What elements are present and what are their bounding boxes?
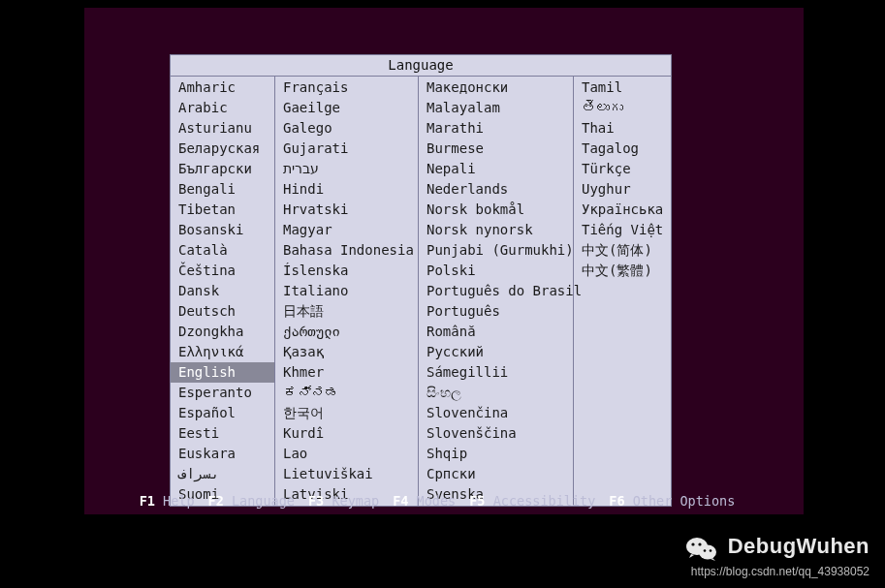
language-option[interactable]: Norsk nynorsk — [419, 220, 573, 240]
fkey-label: Accessibility — [493, 493, 596, 509]
language-option[interactable]: עברית — [275, 159, 418, 179]
language-option[interactable]: తెలుగు — [574, 98, 671, 118]
language-option[interactable]: Português do Brasil — [419, 281, 573, 301]
language-option[interactable]: Русский — [419, 342, 573, 362]
language-columns: AmharicArabicAsturianuБеларускаяБългарск… — [171, 77, 671, 506]
language-option[interactable]: ىسراف — [171, 464, 274, 484]
watermark: DebugWuhen https://blog.csdn.net/qq_4393… — [685, 534, 869, 578]
language-option[interactable]: Arabic — [171, 98, 274, 118]
language-option[interactable]: Español — [171, 403, 274, 423]
language-option[interactable]: 中文(简体) — [574, 240, 671, 261]
language-column: FrançaisGaeilgeGalegoGujaratiעבריתHindiH… — [275, 77, 419, 506]
language-option[interactable]: Српски — [419, 464, 573, 484]
watermark-name: DebugWuhen — [728, 534, 869, 558]
language-option[interactable]: Македонски — [419, 77, 573, 98]
language-option[interactable]: Български — [171, 159, 274, 179]
fkey[interactable]: F5 — [469, 493, 485, 509]
fkey[interactable]: F2 — [208, 493, 224, 509]
language-option[interactable]: Bengali — [171, 179, 274, 200]
svg-point-5 — [703, 549, 706, 552]
language-option[interactable]: Tagalog — [574, 139, 671, 159]
language-column: МакедонскиMalayalamMarathiBurmeseNepaliN… — [419, 77, 574, 506]
language-option[interactable]: Tiếng Việt — [574, 220, 671, 240]
fkey[interactable]: F6 — [609, 493, 624, 509]
language-option[interactable]: Bahasa Indonesia — [275, 240, 418, 261]
language-option[interactable]: Беларуская — [171, 139, 274, 159]
fkey-label: Help — [163, 493, 195, 509]
fkey[interactable]: F1 — [140, 493, 155, 509]
fkey[interactable]: F4 — [393, 493, 408, 509]
language-option[interactable]: Galego — [275, 118, 418, 139]
language-option[interactable]: Lietuviškai — [275, 464, 418, 484]
fkey[interactable]: F3 — [308, 493, 324, 509]
language-option[interactable]: Türkçe — [574, 159, 671, 179]
language-option[interactable]: Slovenčina — [419, 403, 573, 423]
function-key-bar: F1 HelpF2 LanguageF3 KeymapF4 ModesF5 Ac… — [84, 493, 804, 509]
language-option[interactable]: Uyghur — [574, 179, 671, 200]
language-option[interactable]: English — [171, 362, 274, 383]
language-option[interactable]: Hrvatski — [275, 200, 418, 220]
language-option[interactable]: Asturianu — [171, 118, 274, 139]
language-option[interactable]: Українська — [574, 200, 671, 220]
language-option[interactable]: Thai — [574, 118, 671, 139]
language-option[interactable]: 한국어 — [275, 403, 418, 423]
language-option[interactable]: Punjabi (Gurmukhi) — [419, 240, 573, 261]
language-option[interactable]: Shqip — [419, 444, 573, 464]
language-option[interactable]: Eesti — [171, 423, 274, 444]
language-option[interactable]: Tibetan — [171, 200, 274, 220]
fkey-label: Modes — [417, 493, 457, 509]
language-option[interactable]: 中文(繁體) — [574, 261, 671, 281]
language-option[interactable]: Sámegillii — [419, 362, 573, 383]
fkey-label: Keymap — [332, 493, 379, 509]
language-column: AmharicArabicAsturianuБеларускаяБългарск… — [171, 77, 275, 506]
language-option[interactable]: Gaeilge — [275, 98, 418, 118]
language-option[interactable]: Nepali — [419, 159, 573, 179]
language-option[interactable]: Čeština — [171, 261, 274, 281]
wechat-icon — [685, 535, 718, 565]
language-option[interactable]: Română — [419, 322, 573, 342]
language-option[interactable]: Burmese — [419, 139, 573, 159]
language-option[interactable]: Slovenščina — [419, 423, 573, 444]
language-option[interactable]: Italiano — [275, 281, 418, 301]
language-option[interactable]: Қазақ — [275, 342, 418, 362]
language-option[interactable]: Magyar — [275, 220, 418, 240]
language-option[interactable]: Dansk — [171, 281, 274, 301]
language-option[interactable]: Marathi — [419, 118, 573, 139]
language-option[interactable]: Tamil — [574, 77, 671, 98]
language-option[interactable]: ქართული — [275, 322, 418, 342]
language-option[interactable]: Amharic — [171, 77, 274, 98]
language-option[interactable]: Català — [171, 240, 274, 261]
language-option[interactable]: Dzongkha — [171, 322, 274, 342]
language-option[interactable]: Malayalam — [419, 98, 573, 118]
language-option[interactable]: ಕನ್ನಡ — [275, 383, 418, 403]
svg-point-6 — [709, 549, 711, 552]
fkey-label: Other Options — [633, 493, 736, 509]
watermark-url: https://blog.csdn.net/qq_43938052 — [685, 565, 869, 578]
language-option[interactable]: Euskara — [171, 444, 274, 464]
language-option[interactable]: Lao — [275, 444, 418, 464]
language-option[interactable]: Ελληνικά — [171, 342, 274, 362]
language-option[interactable]: Gujarati — [275, 139, 418, 159]
language-dialog: Language AmharicArabicAsturianuБеларуска… — [170, 54, 672, 507]
fkey-label: Language — [232, 493, 295, 509]
language-option[interactable]: Hindi — [275, 179, 418, 200]
language-option[interactable]: Nederlands — [419, 179, 573, 200]
svg-point-4 — [698, 542, 701, 545]
language-option[interactable]: Bosanski — [171, 220, 274, 240]
language-option[interactable]: Português — [419, 301, 573, 322]
dialog-title: Language — [171, 55, 671, 77]
language-column: TamilతెలుగుThaiTagalogTürkçeUyghurУкраїн… — [574, 77, 671, 506]
language-option[interactable]: Deutsch — [171, 301, 274, 322]
language-option[interactable]: Esperanto — [171, 383, 274, 403]
language-option[interactable]: Norsk bokmål — [419, 200, 573, 220]
svg-point-3 — [691, 542, 694, 545]
language-option[interactable]: Íslenska — [275, 261, 418, 281]
installer-screen: Language AmharicArabicAsturianuБеларуска… — [84, 8, 804, 514]
language-option[interactable]: සිංහල — [419, 383, 573, 403]
language-option[interactable]: Kurdî — [275, 423, 418, 444]
language-option[interactable]: Polski — [419, 261, 573, 281]
svg-point-1 — [699, 545, 716, 560]
language-option[interactable]: Français — [275, 77, 418, 98]
language-option[interactable]: 日本語 — [275, 301, 418, 322]
language-option[interactable]: Khmer — [275, 362, 418, 383]
